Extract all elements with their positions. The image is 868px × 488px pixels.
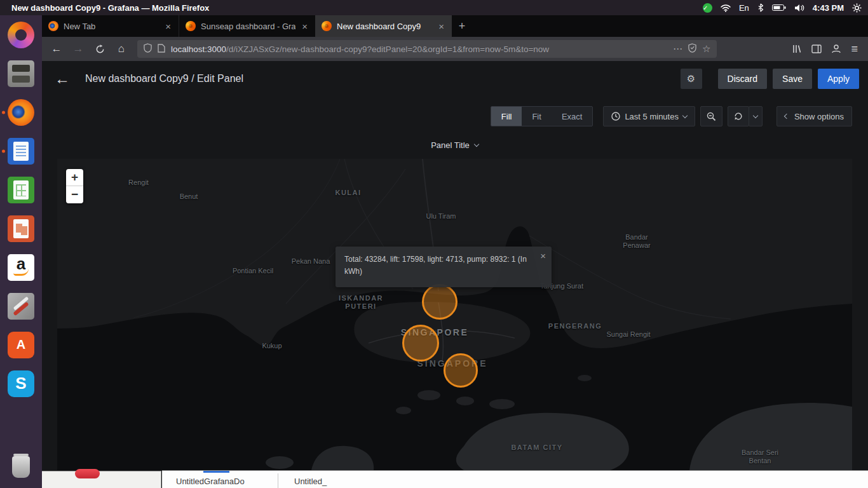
dock-item-libreoffice-writer[interactable]	[0, 132, 42, 170]
back-button[interactable]: ←	[47, 39, 66, 58]
panel-title: Panel Title	[431, 140, 470, 150]
skype-icon: S	[8, 370, 34, 397]
map-data-marker[interactable]	[422, 284, 458, 320]
ubuntu-software-icon: A	[8, 332, 34, 358]
new-tab-button[interactable]: +	[452, 15, 472, 37]
grafana-favicon-icon	[322, 21, 332, 31]
show-options-button[interactable]: Show options	[776, 106, 852, 126]
map-panel[interactable]: RengitBenutKULAIUlu TiramBandarPenawarPe…	[57, 159, 852, 470]
background-window-bar[interactable]: UntitledGrafanaDo Untitled_	[162, 470, 868, 488]
chevron-down-icon	[753, 112, 758, 118]
mode-fit-button[interactable]: Fit	[522, 107, 551, 126]
amazon-icon: a	[8, 254, 34, 281]
dock-items: aAS	[0, 15, 42, 403]
browser-tab-bar: New Tab × Sunseap dashboard - Gra × New …	[42, 15, 868, 37]
running-indicator-dot	[2, 111, 5, 114]
map-zoom-out-button[interactable]: −	[66, 186, 83, 203]
time-range-label: Last 5 minutes	[625, 112, 679, 121]
panel-title-dropdown[interactable]: Panel Title	[57, 140, 852, 150]
system-clock[interactable]: 4:43 PM	[813, 3, 844, 13]
wifi-icon[interactable]	[721, 4, 731, 12]
grafana-header: ← New dashboard Copy9 / Edit Panel ⚙ Dis…	[42, 61, 868, 97]
tab-label: New dashboard Copy9	[337, 22, 432, 31]
libreoffice-impress-icon	[8, 215, 34, 242]
dock-item-skype[interactable]: S	[0, 364, 42, 403]
dock-item-trash[interactable]	[0, 451, 42, 483]
document-title-2: Untitled_	[294, 477, 327, 486]
dock-item-tools[interactable]	[0, 287, 42, 325]
dock-item-ubuntu-software[interactable]: A	[0, 325, 42, 364]
time-range-picker[interactable]: Last 5 minutes	[603, 106, 695, 126]
dock-item-amazon[interactable]: a	[0, 248, 42, 287]
battery-icon[interactable]	[772, 4, 786, 11]
library-icon[interactable]	[792, 44, 802, 54]
browser-nav-bar: ← → ⌂ localhost:3000/d/iXZJASxGz/new-das…	[42, 37, 868, 61]
page-info-icon[interactable]	[158, 44, 165, 55]
firefox-favicon-icon	[48, 21, 58, 31]
map-data-marker[interactable]	[444, 353, 478, 388]
save-button[interactable]: Save	[773, 69, 812, 89]
protections-icon[interactable]	[688, 43, 696, 55]
firefox-icon	[8, 99, 34, 126]
tracking-shield-icon[interactable]	[144, 43, 152, 55]
mode-fill-button[interactable]: Fill	[491, 107, 522, 126]
dock-item-file-cabinet[interactable]	[0, 54, 42, 93]
discard-button[interactable]: Discard	[718, 69, 767, 89]
breadcrumb: New dashboard Copy9 / Edit Panel	[85, 73, 243, 85]
ubuntu-center-icon	[8, 22, 34, 48]
dock-item-ubuntu-center[interactable]	[0, 15, 42, 54]
file-cabinet-icon	[8, 60, 34, 87]
map-tooltip: Total: 43284, lift: 17598, light: 4713, …	[336, 247, 552, 287]
dock-item-libreoffice-calc[interactable]	[0, 170, 42, 209]
status-check-icon[interactable]: ✓	[703, 3, 712, 13]
tab-close-icon[interactable]: ×	[437, 21, 445, 32]
map-marker-layer	[57, 159, 852, 470]
tab-close-icon[interactable]: ×	[164, 21, 172, 32]
tools-icon	[8, 293, 34, 320]
keyboard-layout-indicator[interactable]: En	[739, 3, 749, 13]
back-arrow-button[interactable]: ←	[55, 70, 78, 88]
dock: aAS	[0, 15, 42, 488]
mode-exact-button[interactable]: Exact	[552, 107, 593, 126]
tab-label: New Tab	[64, 22, 159, 31]
page-actions-icon[interactable]: ⋯	[673, 43, 682, 55]
browser-tab-new-dashboard-copy9[interactable]: New dashboard Copy9 ×	[315, 15, 452, 37]
magnifier-minus-icon	[707, 112, 716, 121]
bookmark-star-icon[interactable]: ☆	[702, 43, 710, 55]
url-text: localhost:3000/d/iXZJASxGz/new-dashboard…	[171, 44, 667, 54]
bluetooth-icon[interactable]	[757, 3, 764, 12]
map-zoom-control: + −	[66, 169, 83, 203]
background-window-corner[interactable]	[42, 471, 161, 488]
chevron-left-icon	[784, 114, 789, 119]
browser-tab-new-tab[interactable]: New Tab ×	[42, 15, 179, 37]
system-menu-gear-icon[interactable]	[852, 3, 862, 13]
refresh-button[interactable]	[728, 106, 749, 126]
apply-button[interactable]: Apply	[818, 69, 859, 89]
sidebar-toggle-icon[interactable]	[811, 44, 822, 53]
chevron-down-icon	[682, 112, 688, 118]
map-zoom-in-button[interactable]: +	[66, 169, 83, 186]
menu-icon[interactable]: ≡	[851, 43, 858, 56]
zoom-out-time-button[interactable]	[700, 106, 722, 126]
volume-icon[interactable]	[794, 4, 804, 12]
url-bar[interactable]: localhost:3000/d/iXZJASxGz/new-dashboard…	[137, 40, 717, 58]
home-button[interactable]: ⌂	[112, 39, 131, 58]
desktop-screen: New dashboard Copy9 - Grafana — Mozilla …	[0, 0, 868, 488]
account-icon[interactable]	[831, 44, 841, 54]
trash-icon	[12, 456, 30, 478]
libreoffice-writer-icon	[8, 138, 34, 165]
map-data-marker[interactable]	[402, 325, 439, 362]
browser-tab-sunseap-dashboard[interactable]: Sunseap dashboard - Gra ×	[179, 15, 315, 37]
reload-button[interactable]	[90, 39, 109, 58]
red-badge[interactable]	[75, 469, 100, 478]
tab-close-icon[interactable]: ×	[301, 21, 309, 32]
forward-button[interactable]: →	[69, 39, 88, 58]
running-indicator-dot	[2, 149, 5, 152]
chevron-down-icon	[474, 142, 479, 147]
refresh-interval-dropdown[interactable]	[749, 106, 763, 126]
tooltip-close-icon[interactable]: ×	[540, 248, 546, 264]
tab-label: Sunseap dashboard - Gra	[201, 22, 295, 31]
dock-item-libreoffice-impress[interactable]	[0, 209, 42, 248]
dock-item-firefox[interactable]	[0, 93, 42, 132]
dashboard-settings-gear-button[interactable]: ⚙	[681, 69, 702, 89]
